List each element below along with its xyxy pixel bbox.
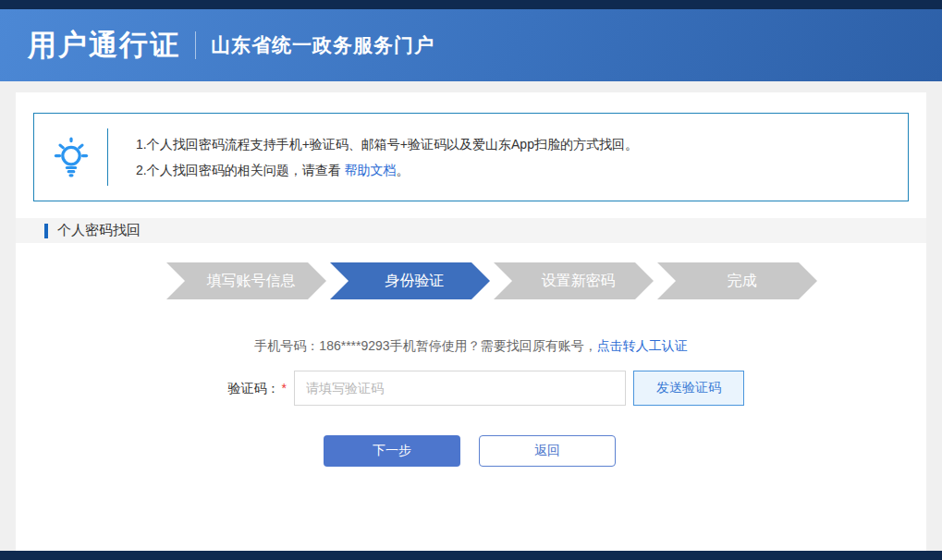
captcha-label: 验证码：* (16, 371, 287, 406)
required-asterisk: * (282, 381, 287, 396)
action-buttons: 下一步 返回 (16, 435, 926, 467)
notice-text: 1.个人找回密码流程支持手机+验证码、邮箱号+验证码以及爱山东App扫脸的方式找… (108, 131, 638, 183)
app-title: 用户通行证 (28, 26, 180, 65)
content-card: 1.个人找回密码流程支持手机+验证码、邮箱号+验证码以及爱山东App扫脸的方式找… (16, 92, 926, 560)
step-identity-verification: 身份验证 (330, 262, 490, 299)
captcha-input[interactable] (294, 371, 626, 406)
bottom-accent-bar (0, 551, 942, 560)
step-fill-account-info: 填写账号信息 (166, 262, 326, 299)
send-code-button[interactable]: 发送验证码 (633, 371, 744, 406)
step-complete: 完成 (657, 262, 817, 299)
step-set-new-password: 设置新密码 (494, 262, 654, 299)
portal-name: 山东省统一政务服务门户 (211, 32, 434, 58)
section-accent-bar (44, 224, 48, 238)
notice-box: 1.个人找回密码流程支持手机+验证码、邮箱号+验证码以及爱山东App扫脸的方式找… (33, 113, 909, 201)
next-button[interactable]: 下一步 (324, 435, 460, 467)
lightbulb-icon (34, 133, 107, 181)
section-header: 个人密码找回 (16, 218, 926, 243)
captcha-form-row: 验证码：* 发送验证码 (16, 371, 926, 406)
phone-notice-text: 手机号码：186****9293手机暂停使用？需要找回原有账号， (254, 338, 596, 353)
header-divider (195, 31, 196, 59)
back-button[interactable]: 返回 (479, 435, 616, 467)
manual-auth-link[interactable]: 点击转人工认证 (597, 338, 688, 353)
help-doc-link[interactable]: 帮助文档 (345, 163, 397, 177)
top-accent-bar (0, 0, 942, 9)
header: 用户通行证 山东省统一政务服务门户 (0, 9, 942, 81)
page-title: 个人密码找回 (57, 222, 141, 239)
notice-line-1: 1.个人找回密码流程支持手机+验证码、邮箱号+验证码以及爱山东App扫脸的方式找… (136, 131, 638, 157)
phone-notice: 手机号码：186****9293手机暂停使用？需要找回原有账号，点击转人工认证 (16, 338, 926, 355)
notice-line-2: 2.个人找回密码的相关问题，请查看 帮助文档。 (136, 157, 638, 183)
step-wizard: 填写账号信息 身份验证 设置新密码 完成 (166, 262, 817, 299)
